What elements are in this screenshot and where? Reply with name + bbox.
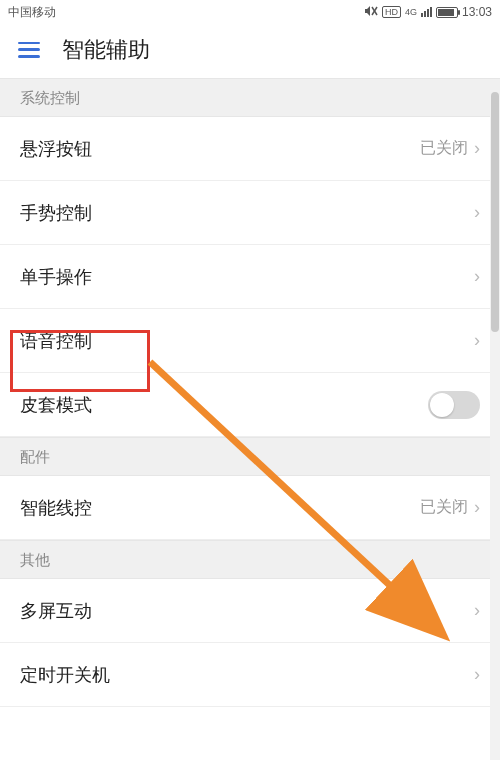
section-header-other: 其他 xyxy=(0,540,500,579)
hd-badge-icon: HD xyxy=(382,6,401,18)
item-label: 手势控制 xyxy=(20,201,474,225)
chevron-right-icon: › xyxy=(474,202,480,223)
chevron-right-icon: › xyxy=(474,330,480,351)
item-floating-button[interactable]: 悬浮按钮 已关闭 › xyxy=(0,117,500,181)
item-multi-screen[interactable]: 多屏互动 › xyxy=(0,579,500,643)
item-value: 已关闭 xyxy=(420,138,468,159)
chevron-right-icon: › xyxy=(474,138,480,159)
status-bar: 中国移动 HD 4G 13:03 xyxy=(0,0,500,22)
item-label: 语音控制 xyxy=(20,329,474,353)
chevron-right-icon: › xyxy=(474,266,480,287)
item-label: 定时开关机 xyxy=(20,663,474,687)
item-label: 智能线控 xyxy=(20,496,420,520)
item-voice-control[interactable]: 语音控制 › xyxy=(0,309,500,373)
item-label: 皮套模式 xyxy=(20,393,428,417)
scrollbar-thumb[interactable] xyxy=(491,92,499,332)
item-value: 已关闭 xyxy=(420,497,468,518)
section-header-accessories: 配件 xyxy=(0,437,500,476)
screen: 中国移动 HD 4G 13:03 智能辅助 系统控制 悬浮按钮 已关闭 › 手势… xyxy=(0,0,500,760)
signal-icon xyxy=(421,7,432,17)
chevron-right-icon: › xyxy=(474,497,480,518)
item-label: 单手操作 xyxy=(20,265,474,289)
hamburger-icon[interactable] xyxy=(18,42,40,58)
toggle-switch[interactable] xyxy=(428,391,480,419)
item-label: 多屏互动 xyxy=(20,599,474,623)
chevron-right-icon: › xyxy=(474,600,480,621)
network-4g-label: 4G xyxy=(405,8,417,17)
carrier-label: 中国移动 xyxy=(8,4,56,21)
item-leather-case-mode[interactable]: 皮套模式 xyxy=(0,373,500,437)
item-scheduled-power[interactable]: 定时开关机 › xyxy=(0,643,500,707)
app-header: 智能辅助 xyxy=(0,22,500,78)
mute-icon xyxy=(364,5,378,20)
item-gesture-control[interactable]: 手势控制 › xyxy=(0,181,500,245)
item-one-hand[interactable]: 单手操作 › xyxy=(0,245,500,309)
clock-label: 13:03 xyxy=(462,5,492,19)
status-left: 中国移动 xyxy=(8,4,364,21)
chevron-right-icon: › xyxy=(474,664,480,685)
page-title: 智能辅助 xyxy=(62,35,150,65)
item-label: 悬浮按钮 xyxy=(20,137,420,161)
status-right: HD 4G 13:03 xyxy=(364,5,492,20)
battery-icon xyxy=(436,7,458,18)
section-header-system: 系统控制 xyxy=(0,78,500,117)
item-smart-headset-control[interactable]: 智能线控 已关闭 › xyxy=(0,476,500,540)
